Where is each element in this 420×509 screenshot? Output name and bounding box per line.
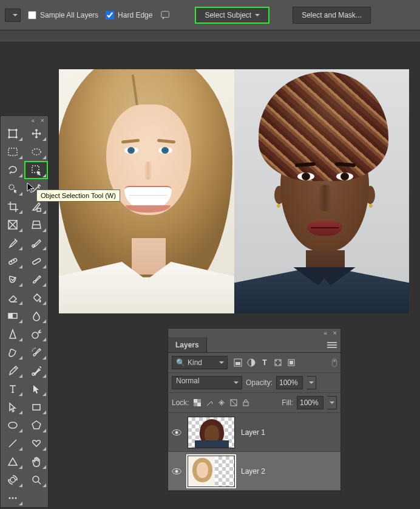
- svg-point-39: [175, 431, 178, 434]
- layer-row[interactable]: Layer 1: [168, 413, 340, 452]
- filter-toggle[interactable]: [332, 358, 337, 367]
- hand-tool[interactable]: [24, 453, 48, 471]
- mixer-brush-tool[interactable]: [24, 361, 48, 380]
- opacity-value: 100%: [279, 378, 298, 387]
- svg-rect-6: [37, 208, 41, 211]
- hard-edge-input[interactable]: [106, 11, 114, 19]
- sharpen-tool[interactable]: [1, 325, 24, 343]
- search-icon: 🔍: [176, 358, 185, 367]
- svg-rect-0: [161, 11, 169, 17]
- direct-selection-tool[interactable]: [1, 398, 24, 416]
- object-selection-tool[interactable]: [24, 161, 48, 179]
- custom-shape-tool[interactable]: [24, 434, 48, 453]
- fill-caret[interactable]: [327, 396, 337, 409]
- polygon-tool[interactable]: [24, 416, 48, 434]
- filter-smart-icon[interactable]: [287, 358, 296, 367]
- zoom-tool[interactable]: [24, 471, 48, 489]
- fill-input[interactable]: 100%: [297, 396, 323, 409]
- perspective-crop-tool[interactable]: [24, 216, 48, 234]
- rotate-view-tool[interactable]: [1, 471, 24, 489]
- frame-tool[interactable]: [1, 216, 24, 234]
- rectangle-tool[interactable]: [24, 398, 48, 416]
- crop-tool[interactable]: [1, 197, 24, 216]
- edit-toolbar[interactable]: [1, 489, 24, 507]
- opacity-input[interactable]: 100%: [276, 376, 303, 389]
- layer-thumbnail[interactable]: [188, 456, 235, 487]
- history-brush-tool[interactable]: [24, 343, 48, 361]
- elliptical-marquee-tool[interactable]: [24, 143, 48, 161]
- visibility-toggle[interactable]: [172, 429, 181, 436]
- triangle-tool[interactable]: [1, 453, 24, 471]
- hard-edge-checkbox[interactable]: Hard Edge: [106, 11, 152, 19]
- blend-mode-select[interactable]: Normal: [172, 376, 242, 389]
- blur-tool[interactable]: [24, 307, 48, 325]
- svg-point-19: [33, 476, 39, 482]
- visibility-toggle[interactable]: [172, 468, 181, 475]
- eyedropper-tool[interactable]: [1, 234, 24, 252]
- lock-artboard-icon[interactable]: [229, 398, 238, 407]
- svg-point-41: [175, 470, 178, 473]
- svg-point-16: [32, 373, 35, 375]
- svg-rect-37: [243, 402, 248, 406]
- lock-transparency-icon[interactable]: [193, 398, 202, 407]
- svg-rect-1: [9, 130, 16, 137]
- line-tool[interactable]: [1, 434, 24, 453]
- close-icon[interactable]: ×: [333, 329, 337, 336]
- svg-rect-14: [8, 313, 13, 318]
- blend-mode-row: Normal Opacity: 100%: [168, 373, 340, 393]
- gradient-tool[interactable]: [1, 307, 24, 325]
- filter-pixel-icon[interactable]: [234, 358, 242, 367]
- filter-adjustment-icon[interactable]: [247, 358, 256, 367]
- rectangular-marquee-tool[interactable]: [1, 143, 24, 161]
- lock-all-icon[interactable]: [242, 398, 250, 407]
- svg-point-15: [32, 332, 38, 338]
- tool-preset-picker[interactable]: [5, 9, 21, 22]
- blend-mode-value: Normal: [176, 377, 200, 385]
- filter-kind-select[interactable]: 🔍 Kind: [172, 356, 228, 369]
- fill-value: 100%: [300, 398, 319, 407]
- opacity-caret[interactable]: [307, 376, 316, 389]
- layers-panel-chrome[interactable]: « ×: [168, 329, 340, 337]
- sample-all-layers-input[interactable]: [28, 11, 36, 19]
- spot-healing-brush-tool[interactable]: [1, 252, 24, 270]
- layer-row[interactable]: Layer 2: [168, 452, 340, 491]
- feedback-icon[interactable]: [160, 9, 172, 21]
- smudge-tool[interactable]: [1, 343, 24, 361]
- healing-brush-tool[interactable]: [24, 252, 48, 270]
- pen-tool[interactable]: [1, 361, 24, 380]
- lock-pixels-icon[interactable]: [205, 398, 214, 407]
- eye-icon: [172, 429, 181, 436]
- lock-position-icon[interactable]: [217, 398, 226, 407]
- svg-point-11: [13, 261, 14, 261]
- artboard-tool[interactable]: [1, 125, 24, 143]
- tab-layers[interactable]: Layers: [168, 337, 207, 352]
- path-selection-tool[interactable]: [24, 380, 48, 398]
- collapse-icon[interactable]: «: [31, 117, 35, 124]
- type-tool[interactable]: [1, 380, 24, 398]
- svg-point-3: [32, 149, 41, 155]
- color-sampler-tool[interactable]: [24, 234, 48, 252]
- quick-selection-tool[interactable]: [1, 179, 24, 197]
- sample-all-layers-checkbox[interactable]: Sample All Layers: [28, 11, 98, 19]
- filter-shape-icon[interactable]: [274, 358, 282, 367]
- ellipse-tool[interactable]: [1, 416, 24, 434]
- layer-list: Layer 1 Layer 2: [168, 413, 340, 491]
- collapse-icon[interactable]: «: [323, 330, 327, 336]
- panel-menu-icon[interactable]: [327, 341, 337, 348]
- move-tool[interactable]: [24, 125, 48, 143]
- layer-name[interactable]: Layer 1: [241, 428, 265, 437]
- tools-panel-header[interactable]: « ×: [1, 116, 48, 125]
- dodge-tool[interactable]: [24, 325, 48, 343]
- eraser-tool[interactable]: [1, 289, 24, 307]
- filter-type-icon[interactable]: T: [260, 358, 269, 367]
- paint-bucket-tool[interactable]: [24, 289, 48, 307]
- select-and-mask-button[interactable]: Select and Mask...: [293, 7, 371, 24]
- close-icon[interactable]: ×: [41, 117, 44, 124]
- brush-tool[interactable]: [24, 270, 48, 289]
- lasso-tool[interactable]: [1, 161, 24, 179]
- lock-label: Lock:: [172, 398, 189, 407]
- layer-thumbnail[interactable]: [188, 417, 235, 448]
- select-subject-button[interactable]: Select Subject: [195, 7, 269, 24]
- layer-name[interactable]: Layer 2: [241, 467, 265, 476]
- patch-tool[interactable]: [1, 270, 24, 289]
